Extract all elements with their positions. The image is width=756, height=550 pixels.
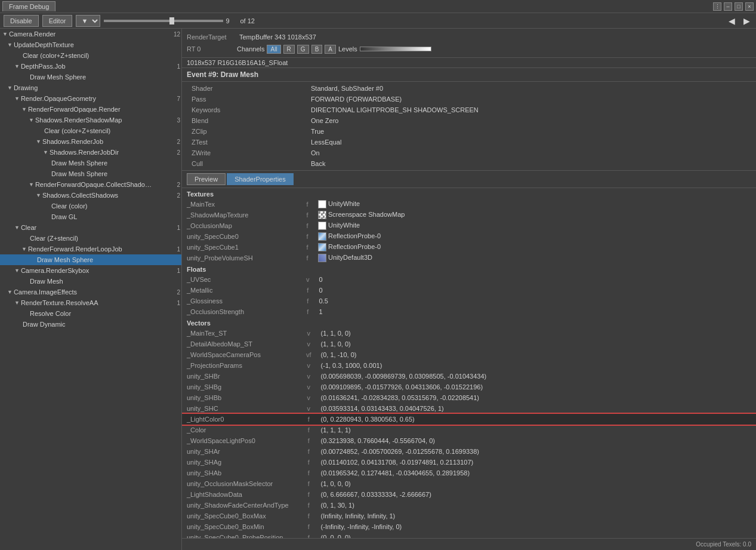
tree-item-label: Shadows.RenderJob xyxy=(42,138,103,145)
left-panel: ▼Camera.Render12▼UpdateDepthTextureClear… xyxy=(0,29,182,550)
tree-item[interactable]: Draw GL xyxy=(0,211,181,222)
tree-item[interactable]: ▼Shadows.RenderJobDir2 xyxy=(0,147,181,158)
preview-tab[interactable]: Preview xyxy=(187,173,226,185)
tree-item-label: RenderForward.RenderLoopJob xyxy=(28,245,122,253)
tree-item[interactable]: ▼Clear1 xyxy=(0,222,181,233)
render-target-value: TempBuffer 343 1018x537 xyxy=(239,33,316,41)
maximize-btn[interactable]: □ xyxy=(735,2,743,11)
tree-item[interactable]: ▼Camera.ImageEffects2 xyxy=(0,287,181,297)
tree-item[interactable]: ▼Shadows.CollectShadows2 xyxy=(0,190,181,201)
menu-btn[interactable]: ⋮ xyxy=(713,2,721,11)
tree-item[interactable]: ▼Shadows.RenderJob2 xyxy=(0,136,181,147)
sprop-val: (0.005698039, -0.009869739, 0.03098505, … xyxy=(316,371,756,382)
sprop-name: _LightShadowData xyxy=(182,489,301,500)
sprop-val: (0, 1, -10, 0) xyxy=(316,349,756,360)
tree-item-label: Clear (color+Z+stencil) xyxy=(44,127,110,134)
sprop-val: (Infinity, Infinity, Infinity, 1) xyxy=(316,511,756,521)
sprop-val: (0.03593314, 0.03143433, 0.04047526, 1) xyxy=(316,403,756,414)
tree-item[interactable]: Clear (Z+stencil) xyxy=(0,233,181,244)
channel-all-btn[interactable]: All xyxy=(267,45,280,54)
tree-item[interactable]: Draw Mesh Sphere xyxy=(0,168,181,179)
status-bar: Occupied Texels: 0.0 xyxy=(182,538,756,550)
sprop-type: f xyxy=(301,489,316,500)
prop-label: ZClip xyxy=(187,126,306,137)
sprop-name: unity_SpecCube0 xyxy=(182,231,301,242)
shader-prop-row: _ProjectionParams v (-1, 0.3, 1000, 0.00… xyxy=(182,360,756,371)
prop-value: On xyxy=(306,148,751,158)
tree-item[interactable]: Clear (color) xyxy=(0,201,181,211)
tree-item[interactable]: Draw Mesh xyxy=(0,276,181,287)
tree-item[interactable]: Draw Dynamic xyxy=(0,319,181,330)
shader-prop-row: _Color f (1, 1, 1, 1) xyxy=(182,425,756,435)
tree-arrow-icon: ▼ xyxy=(43,149,48,155)
sprop-type: v xyxy=(301,274,314,285)
right-panel: RenderTarget TempBuffer 343 1018x537 RT … xyxy=(182,29,756,550)
frame-debug-tab[interactable]: Frame Debug xyxy=(2,1,55,11)
sprop-val: (-1, 0.3, 1000, 0.001) xyxy=(316,360,756,371)
channel-r-btn[interactable]: R xyxy=(283,45,295,54)
tree-item[interactable]: Clear (color+Z+stencil) xyxy=(0,50,181,61)
tree-item[interactable]: Draw Mesh Sphere xyxy=(0,254,181,265)
shader-prop-row: _OcclusionStrength f 1 xyxy=(182,306,756,317)
tree-item[interactable]: ▼Camera.Render12 xyxy=(0,29,181,39)
tree-item[interactable]: Draw Mesh Sphere xyxy=(0,158,181,168)
main-layout: ▼Camera.Render12▼UpdateDepthTextureClear… xyxy=(0,29,756,550)
sprop-name: unity_SHAb xyxy=(182,468,301,478)
prev-frame-btn[interactable]: ◀ xyxy=(726,16,738,26)
tree-item[interactable]: ▼Render.OpaqueGeometry7 xyxy=(0,93,181,104)
tree-item[interactable]: Draw Mesh Sphere xyxy=(0,72,181,82)
tree-item[interactable]: ▼UpdateDepthTexture xyxy=(0,39,181,50)
sprop-val: UnityWhite xyxy=(313,220,756,231)
minimize-btn[interactable]: – xyxy=(724,2,732,11)
tree-item[interactable]: ▼RenderForwardOpaque.CollectShado…2 xyxy=(0,179,181,190)
sprop-type: v xyxy=(301,371,316,382)
tree-item[interactable]: Clear (color+Z+stencil) xyxy=(0,125,181,136)
sprop-val: (0, 1, 30, 1) xyxy=(316,500,756,511)
tabs-row: Preview ShaderProperties xyxy=(182,171,756,188)
view-select[interactable]: ▼ xyxy=(76,15,100,27)
title-bar: Frame Debug ⋮ – □ × xyxy=(0,0,756,13)
tree-item[interactable]: ▼Drawing xyxy=(0,82,181,93)
tree-item[interactable]: ▼RenderTexture.ResolveAA1 xyxy=(0,297,181,308)
close-btn[interactable]: × xyxy=(745,2,754,11)
shader-prop-row: unity_ProbeVolumeSH f UnityDefault3D xyxy=(182,253,756,263)
disable-button[interactable]: Disable xyxy=(4,15,39,27)
slider-thumb[interactable] xyxy=(169,17,174,24)
prop-label: Shader xyxy=(187,83,306,94)
sprop-val: (0.009109895, -0.01577926, 0.04313606, -… xyxy=(316,382,756,392)
channel-a-btn[interactable]: A xyxy=(325,45,336,54)
shader-prop-row: unity_ShadowFadeCenterAndType f (0, 1, 3… xyxy=(182,500,756,511)
sprop-val: UnityDefault3D xyxy=(313,253,756,263)
tree-item[interactable]: Resolve Color xyxy=(0,308,181,319)
sprop-type: f xyxy=(301,532,316,538)
section-header: Vectors xyxy=(182,317,756,328)
channel-g-btn[interactable]: G xyxy=(297,45,309,54)
channel-b-btn[interactable]: B xyxy=(311,45,323,54)
property-row: ZTest LessEqual xyxy=(187,137,751,148)
shader-properties-tab[interactable]: ShaderProperties xyxy=(227,173,294,185)
sprop-type: f xyxy=(301,210,313,220)
prop-value: True xyxy=(306,126,751,137)
frame-slider-container: 9 of 12 xyxy=(104,17,723,24)
tree-item[interactable]: ▼Shadows.RenderShadowMap3 xyxy=(0,115,181,125)
sprop-val: (-Infinity, -Infinity, -Infinity, 0) xyxy=(316,521,756,532)
tree-item[interactable]: ▼DepthPass.Job1 xyxy=(0,61,181,72)
tree-item[interactable]: ▼RenderForwardOpaque.Render xyxy=(0,104,181,115)
prop-value: Back xyxy=(306,158,751,169)
tree-item[interactable]: ▼Camera.RenderSkybox1 xyxy=(0,265,181,276)
tree-item-label: Shadows.RenderJobDir xyxy=(50,149,119,156)
frame-slider[interactable] xyxy=(104,20,223,22)
shader-prop-row: _OcclusionMap f UnityWhite xyxy=(182,220,756,231)
tree-count: 1 xyxy=(177,246,180,253)
sprop-type: f xyxy=(301,468,316,478)
tree-item[interactable]: ▼RenderForward.RenderLoopJob1 xyxy=(0,244,181,254)
tree-item-label: Clear (Z+stencil) xyxy=(30,235,78,242)
tree-arrow-icon: ▼ xyxy=(21,106,27,112)
shader-props-scroll[interactable]: Textures _MainTex f UnityWhite _ShadowMa… xyxy=(182,188,756,538)
sprop-val: (0, 0, 0, 0) xyxy=(316,532,756,538)
editor-button[interactable]: Editor xyxy=(42,15,73,27)
resolution-text: 1018x537 R16G16B16A16_SFloat xyxy=(182,58,756,68)
sprop-name: _UVSec xyxy=(182,274,301,285)
next-frame-btn[interactable]: ▶ xyxy=(741,16,752,26)
sprop-type: f xyxy=(301,425,316,435)
